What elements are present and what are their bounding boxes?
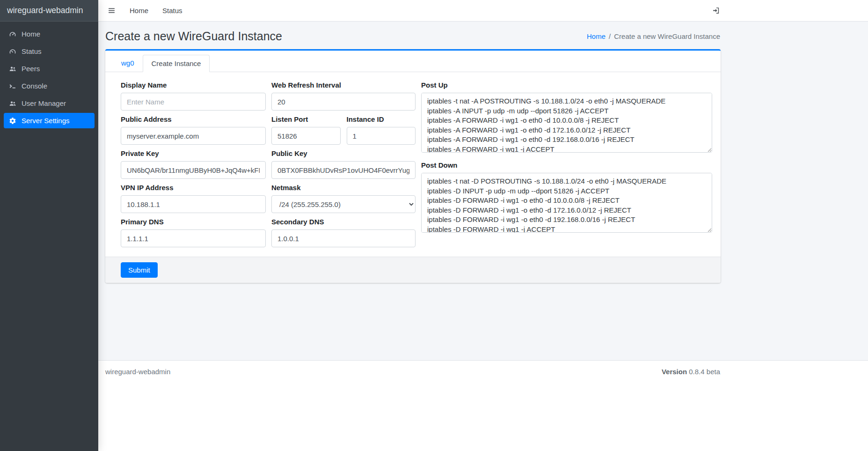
sidebar-nav: Home Status Peers Console User Manager xyxy=(0,22,98,133)
sidebar-item-label: Server Settings xyxy=(22,117,70,125)
user-group-icon xyxy=(7,100,17,107)
card-tabs-header: wg0 Create Instance xyxy=(105,51,721,72)
field-listen-port: Listen Port xyxy=(271,115,341,145)
content: wg0 Create Instance Display Name Public … xyxy=(98,49,868,360)
footer-version-value: 0.8.4 beta xyxy=(689,368,720,376)
web-refresh-interval-input[interactable] xyxy=(271,93,416,111)
field-web-refresh-interval: Web Refresh Interval xyxy=(271,81,416,111)
footer-version-label: Version xyxy=(662,368,687,376)
public-key-label: Public Key xyxy=(271,149,416,158)
field-public-address: Public Address xyxy=(121,115,266,145)
sidebar-item-label: Home xyxy=(22,30,40,38)
sidebar-item-user-manager[interactable]: User Manager xyxy=(4,96,95,111)
form-column-right: Post Up iptables -t nat -A POSTROUTING -… xyxy=(421,81,712,252)
sidebar-item-label: User Manager xyxy=(22,99,66,107)
gauge-icon xyxy=(7,48,17,55)
users-icon xyxy=(7,65,17,73)
private-key-input[interactable] xyxy=(121,161,266,179)
field-private-key: Private Key xyxy=(121,149,266,179)
web-refresh-interval-label: Web Refresh Interval xyxy=(271,81,416,89)
private-key-label: Private Key xyxy=(121,149,266,158)
logout-button[interactable] xyxy=(712,7,720,15)
tachometer-icon xyxy=(7,30,17,38)
instance-form: Display Name Public Address Private Key xyxy=(105,72,721,257)
page-footer: wireguard-webadmin Version 0.8.4 beta xyxy=(98,360,868,451)
footer-version: Version 0.8.4 beta xyxy=(662,368,720,376)
breadcrumb-current: Create a new WireGuard Instance xyxy=(614,32,720,40)
brand-link[interactable]: wireguard-webadmin xyxy=(0,0,98,22)
netmask-label: Netmask xyxy=(271,184,416,192)
submit-button[interactable]: Submit xyxy=(121,262,158,278)
field-secondary-dns: Secondary DNS xyxy=(271,218,416,247)
instance-card: wg0 Create Instance Display Name Public … xyxy=(105,49,721,283)
gears-icon xyxy=(7,117,17,125)
public-address-input[interactable] xyxy=(121,127,266,145)
sidebar-item-label: Console xyxy=(22,82,47,90)
sidebar-item-server-settings[interactable]: Server Settings xyxy=(4,113,95,128)
navbar-link-home[interactable]: Home xyxy=(130,7,148,15)
tab-create-instance[interactable]: Create Instance xyxy=(143,55,210,72)
primary-dns-label: Primary DNS xyxy=(121,218,266,226)
breadcrumb-separator: / xyxy=(609,32,611,40)
sidebar: wireguard-webadmin Home Status Peers Con… xyxy=(0,0,98,451)
tab-wg0[interactable]: wg0 xyxy=(113,55,143,72)
field-post-up: Post Up iptables -t nat -A POSTROUTING -… xyxy=(421,81,712,154)
secondary-dns-input[interactable] xyxy=(271,229,416,247)
sidebar-item-console[interactable]: Console xyxy=(4,78,95,94)
field-primary-dns: Primary DNS xyxy=(121,218,266,247)
instance-tabs: wg0 Create Instance xyxy=(113,55,713,72)
vpn-ip-address-label: VPN IP Address xyxy=(121,184,266,192)
instance-id-label: Instance ID xyxy=(347,115,416,124)
primary-dns-input[interactable] xyxy=(121,229,266,247)
sidebar-item-label: Status xyxy=(22,47,42,55)
listen-port-label: Listen Port xyxy=(271,115,341,124)
content-header: Create a new WireGuard Instance Home / C… xyxy=(98,22,868,49)
post-down-textarea[interactable]: iptables -t nat -D POSTROUTING -s 10.188… xyxy=(421,173,712,233)
public-address-label: Public Address xyxy=(121,115,266,124)
netmask-select[interactable]: /24 (255.255.255.0) xyxy=(271,195,416,213)
breadcrumb: Home / Create a new WireGuard Instance xyxy=(587,32,720,40)
sign-out-icon xyxy=(712,7,720,15)
top-navbar: Home Status xyxy=(98,0,868,22)
public-key-input[interactable] xyxy=(271,161,416,179)
field-public-key: Public Key xyxy=(271,149,416,179)
footer-app-name: wireguard-webadmin xyxy=(105,368,170,376)
sidebar-item-home[interactable]: Home xyxy=(4,26,95,42)
display-name-label: Display Name xyxy=(121,81,266,89)
field-post-down: Post Down iptables -t nat -D POSTROUTING… xyxy=(421,161,712,234)
hamburger-icon xyxy=(108,7,116,15)
sidebar-item-status[interactable]: Status xyxy=(4,44,95,59)
post-up-textarea[interactable]: iptables -t nat -A POSTROUTING -s 10.188… xyxy=(421,93,712,153)
sidebar-item-label: Peers xyxy=(22,65,40,73)
display-name-input[interactable] xyxy=(121,93,266,111)
field-netmask: Netmask /24 (255.255.255.0) xyxy=(271,184,416,213)
post-up-label: Post Up xyxy=(421,81,712,89)
instance-id-input[interactable] xyxy=(347,127,416,145)
post-down-label: Post Down xyxy=(421,161,712,170)
form-column-left: Display Name Public Address Private Key xyxy=(121,81,266,252)
vpn-ip-address-input[interactable] xyxy=(121,195,266,213)
listen-port-input[interactable] xyxy=(271,127,341,145)
breadcrumb-home-link[interactable]: Home xyxy=(587,32,605,40)
navbar-link-status[interactable]: Status xyxy=(162,7,182,15)
secondary-dns-label: Secondary DNS xyxy=(271,218,416,226)
field-instance-id: Instance ID xyxy=(347,115,416,145)
sidebar-item-peers[interactable]: Peers xyxy=(4,61,95,76)
form-column-middle: Web Refresh Interval Listen Port Instanc… xyxy=(271,81,416,252)
terminal-icon xyxy=(7,82,17,90)
hamburger-menu-button[interactable] xyxy=(108,7,116,15)
page-title: Create a new WireGuard Instance xyxy=(105,30,282,43)
main-area: Home Status Create a new WireGuard Insta… xyxy=(98,0,868,451)
card-footer: Submit xyxy=(105,257,721,283)
field-vpn-ip-address: VPN IP Address xyxy=(121,184,266,213)
field-display-name: Display Name xyxy=(121,81,266,111)
